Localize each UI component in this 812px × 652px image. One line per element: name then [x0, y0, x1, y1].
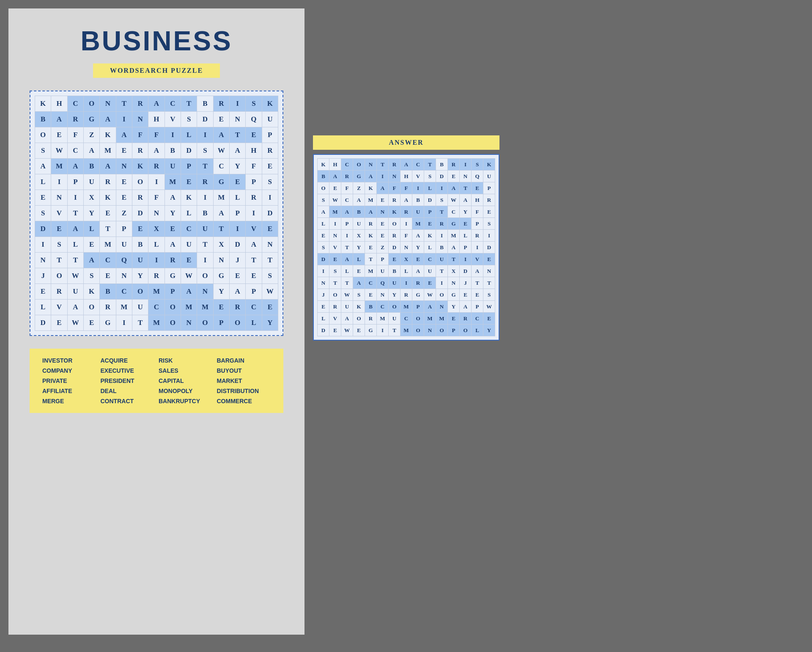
answer-cell: L [401, 265, 412, 277]
grid-cell: R [100, 174, 116, 190]
answer-cell: R [436, 218, 448, 230]
grid-cell: Y [262, 315, 278, 331]
answer-cell: S [318, 194, 329, 206]
answer-cell: N [377, 289, 389, 301]
grid-cell: E [262, 300, 278, 315]
grid-cell: E [83, 237, 99, 253]
grid-cell: A [213, 206, 229, 221]
answer-cell: E [424, 218, 436, 230]
answer-cell: T [341, 277, 353, 289]
grid-cell: U [165, 159, 181, 174]
answer-cell: M [424, 313, 436, 325]
answer-cell: I [377, 325, 389, 336]
grid-cell: R [262, 143, 278, 159]
answer-cell: N [460, 171, 472, 182]
answer-cell: M [448, 230, 460, 242]
grid-cell: O [165, 315, 181, 331]
grid-cell: P [246, 284, 262, 300]
word-item: CONTRACT [101, 398, 155, 404]
grid-cell: T [132, 315, 148, 331]
answer-cell: L [424, 182, 436, 194]
grid-cell: V [51, 300, 67, 315]
answer-cell: B [365, 301, 377, 313]
grid-cell: H [246, 143, 262, 159]
grid-cell: C [116, 284, 132, 300]
answer-cell: N [483, 265, 495, 277]
answer-cell: J [318, 289, 329, 301]
grid-cell: E [213, 300, 229, 315]
grid-cell: B [35, 112, 51, 127]
grid-cell: M [181, 300, 197, 315]
grid-cell: J [35, 268, 51, 284]
answer-cell: E [329, 253, 341, 265]
answer-cell: K [365, 230, 377, 242]
grid-cell: U [132, 253, 148, 268]
grid-cell: I [197, 190, 213, 206]
answer-cell: O [436, 325, 448, 336]
answer-cell: I [341, 230, 353, 242]
grid-cell: S [35, 206, 51, 221]
grid-cell: U [197, 221, 213, 237]
grid-cell: P [67, 174, 83, 190]
answer-cell: I [460, 253, 472, 265]
answer-cell: S [436, 194, 448, 206]
answer-cell: P [472, 301, 483, 313]
word-item: EXECUTIVE [101, 367, 155, 374]
word-item: MARKET [217, 377, 271, 384]
grid-cell: N [262, 237, 278, 253]
answer-cell: E [424, 277, 436, 289]
grid-cell: B [197, 206, 213, 221]
word-item: AFFILIATE [42, 388, 96, 394]
answer-cell: G [365, 325, 377, 336]
answer-cell: X [401, 253, 412, 265]
answer-cell: C [401, 313, 412, 325]
answer-cell: O [460, 325, 472, 336]
grid-cell: H [51, 96, 67, 112]
answer-cell: E [472, 182, 483, 194]
answer-cell: H [401, 171, 412, 182]
word-list-box: INVESTORACQUIRERISKBARGAINCOMPANYEXECUTI… [30, 349, 283, 413]
answer-cell: V [412, 171, 424, 182]
answer-cell: M [401, 325, 412, 336]
grid-cell: L [35, 300, 51, 315]
grid-cell: O [83, 96, 99, 112]
grid-cell: Y [132, 268, 148, 284]
grid-cell: T [197, 237, 213, 253]
grid-cell: I [262, 190, 278, 206]
answer-cell: A [365, 171, 377, 182]
answer-cell: I [412, 182, 424, 194]
answer-cell: M [436, 313, 448, 325]
grid-cell: U [181, 237, 197, 253]
grid-table: KHCONTRACTBRISKBARGAINHVSDENQUOEFZKAFFIL… [35, 96, 278, 331]
grid-cell: S [246, 96, 262, 112]
answer-cell: K [353, 301, 365, 313]
grid-cell: P [181, 159, 197, 174]
word-item: MONOPOLY [159, 388, 213, 394]
grid-cell: Y [83, 206, 99, 221]
answer-cell: N [424, 325, 436, 336]
answer-cell: E [365, 289, 377, 301]
answer-cell: D [483, 242, 495, 253]
grid-cell: E [35, 190, 51, 206]
answer-cell: M [365, 265, 377, 277]
answer-cell: U [389, 277, 401, 289]
answer-cell: W [341, 325, 353, 336]
answer-cell: M [365, 194, 377, 206]
grid-cell: I [148, 174, 165, 190]
grid-cell: A [100, 112, 116, 127]
answer-cell: R [389, 194, 401, 206]
grid-cell: U [67, 284, 83, 300]
answer-cell: N [436, 301, 448, 313]
answer-cell: E [318, 301, 329, 313]
answer-cell: P [424, 206, 436, 218]
grid-cell: E [100, 206, 116, 221]
answer-cell: S [329, 265, 341, 277]
answer-cell: K [483, 159, 495, 171]
answer-cell: D [389, 242, 401, 253]
answer-cell: T [377, 159, 389, 171]
grid-cell: I [116, 315, 132, 331]
grid-cell: T [229, 127, 245, 143]
grid-cell: A [165, 237, 181, 253]
grid-cell: O [132, 174, 148, 190]
answer-cell: R [448, 159, 460, 171]
